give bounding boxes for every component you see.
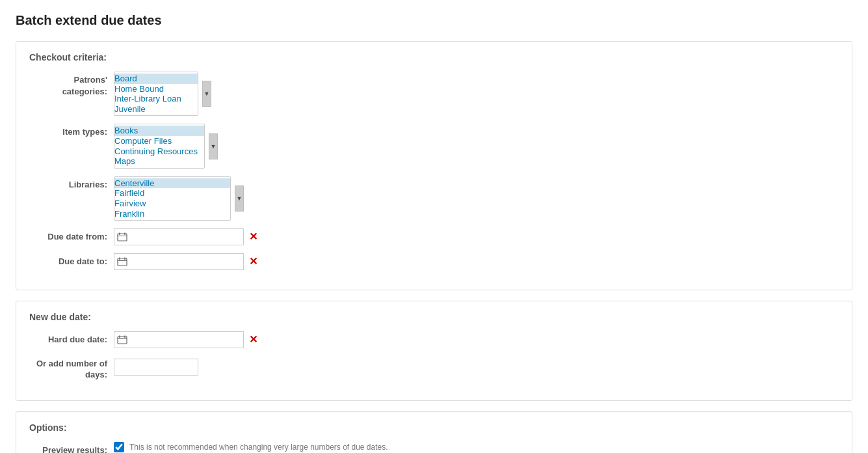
patrons-categories-control: Board Home Bound Inter-Library Loan Juve… (114, 72, 211, 116)
hard-due-date-clear-button[interactable]: ✕ (248, 335, 259, 345)
due-date-from-clear-button[interactable]: ✕ (248, 232, 259, 242)
item-types-select[interactable]: Books Computer Files Continuing Resource… (114, 124, 205, 168)
due-date-from-row: Due date from: ✕ (29, 228, 839, 245)
item-types-label: Item types: (29, 124, 114, 138)
due-date-to-row: Due date to: ✕ (29, 253, 839, 270)
page-wrapper: Batch extend due dates Checkout criteria… (0, 0, 868, 453)
add-days-input[interactable] (114, 359, 198, 376)
options-title: Options: (29, 422, 839, 433)
due-date-to-label: Due date to: (29, 253, 114, 268)
item-types-row: Item types: Books Computer Files Continu… (29, 124, 839, 168)
due-date-to-control: ✕ (114, 253, 259, 270)
preview-results-row: Preview results: This is not recommended… (29, 442, 839, 453)
preview-results-warning: This is not recommended when changing ve… (129, 443, 388, 452)
add-days-row: Or add number of days: (29, 356, 839, 381)
due-date-to-calendar-icon[interactable] (117, 257, 127, 266)
libraries-control: Centerville Fairfield Fairview Franklin … (114, 176, 244, 221)
checkout-criteria-section: Checkout criteria: Patrons' categories: … (16, 41, 852, 290)
due-date-to-clear-button[interactable]: ✕ (248, 256, 259, 267)
svg-rect-0 (118, 234, 127, 241)
patrons-categories-row: Patrons' categories: Board Home Bound In… (29, 72, 839, 116)
new-due-date-title: New due date: (29, 312, 839, 322)
hard-due-date-input-wrap (114, 331, 244, 348)
new-due-date-section: New due date: Hard due date: ✕ (16, 301, 852, 401)
svg-rect-4 (118, 258, 127, 266)
hard-due-date-calendar-icon[interactable] (117, 335, 127, 344)
hard-due-date-label: Hard due date: (29, 331, 114, 346)
hard-due-date-control: ✕ (114, 331, 259, 348)
libraries-row: Libraries: Centerville Fairfield Fairvie… (29, 176, 839, 221)
page-title: Batch extend due dates (16, 13, 852, 28)
patrons-categories-label: Patrons' categories: (29, 72, 114, 98)
preview-results-checkbox[interactable] (114, 442, 124, 452)
libraries-label: Libraries: (29, 176, 114, 191)
due-date-from-input[interactable] (127, 232, 231, 242)
patrons-categories-select[interactable]: Board Home Bound Inter-Library Loan Juve… (114, 72, 198, 116)
add-days-control (114, 356, 198, 376)
due-date-from-label: Due date from: (29, 228, 114, 243)
due-date-from-input-wrap (114, 228, 244, 245)
add-days-label: Or add number of days: (29, 356, 114, 381)
item-types-control: Books Computer Files Continuing Resource… (114, 124, 218, 168)
preview-results-label: Preview results: (29, 442, 114, 453)
due-date-from-control: ✕ (114, 228, 259, 245)
due-date-to-input-wrap (114, 253, 244, 270)
options-section: Options: Preview results: This is not re… (16, 411, 852, 453)
due-date-to-input[interactable] (127, 257, 231, 267)
hard-due-date-row: Hard due date: ✕ (29, 331, 839, 348)
checkout-criteria-title: Checkout criteria: (29, 52, 839, 62)
hard-due-date-input[interactable] (127, 335, 231, 345)
preview-results-control: This is not recommended when changing ve… (114, 442, 388, 452)
libraries-select[interactable]: Centerville Fairfield Fairview Franklin (114, 176, 231, 221)
due-date-from-calendar-icon[interactable] (117, 232, 127, 241)
svg-rect-8 (118, 336, 127, 344)
